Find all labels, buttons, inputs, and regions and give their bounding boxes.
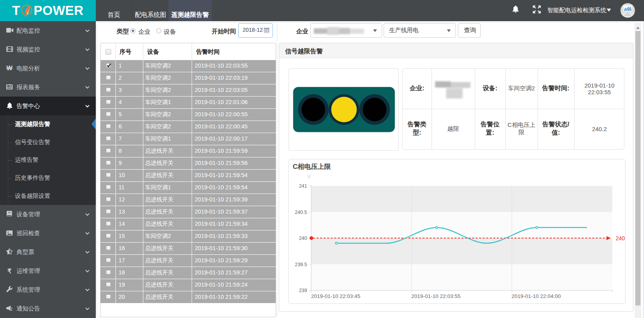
- svg-text:239: 239: [299, 288, 307, 293]
- svg-text:240: 240: [616, 235, 625, 241]
- svg-text:241: 241: [299, 183, 307, 189]
- svg-text:239.5: 239.5: [295, 262, 307, 267]
- svg-text:2019-01-10 22:03:55: 2019-01-10 22:03:55: [411, 293, 460, 299]
- svg-text:V: V: [307, 174, 311, 179]
- svg-text:2019-01-10 22:04:00: 2019-01-10 22:04:00: [511, 293, 560, 299]
- svg-text:240.5: 240.5: [295, 210, 307, 215]
- svg-text:2019-01-10 22:03:45: 2019-01-10 22:03:45: [311, 293, 360, 299]
- svg-text:240: 240: [299, 236, 307, 241]
